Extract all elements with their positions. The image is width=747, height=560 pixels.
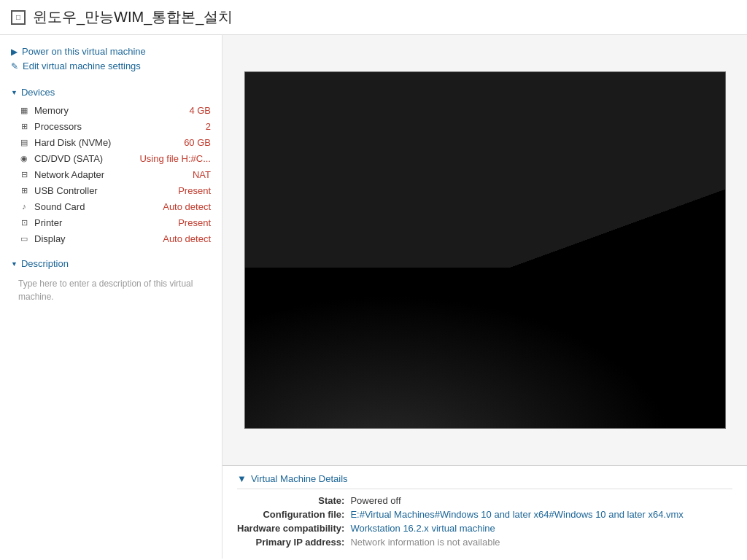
display-value: Auto detect bbox=[163, 233, 211, 244]
title-bar: □ 윈도우_만능WIM_통합본_설치 bbox=[0, 0, 747, 35]
hard-disk-icon: ▤ bbox=[18, 136, 30, 148]
details-triangle-icon: ▼ bbox=[237, 473, 247, 484]
sound-name: Sound Card bbox=[34, 201, 158, 212]
ip-value: Network information is not available bbox=[350, 537, 732, 548]
network-name: Network Adapter bbox=[34, 169, 188, 180]
description-placeholder[interactable]: Type here to enter a description of this… bbox=[0, 273, 222, 307]
state-value: Powered off bbox=[350, 495, 732, 506]
hard-disk-value: 60 GB bbox=[184, 137, 211, 148]
power-on-label: Power on this virtual machine bbox=[22, 46, 146, 57]
printer-value: Present bbox=[178, 217, 211, 228]
description-header[interactable]: ▼ Description bbox=[0, 254, 222, 273]
power-on-link[interactable]: ▶ Power on this virtual machine bbox=[11, 46, 211, 57]
sidebar: ▶ Power on this virtual machine ✎ Edit v… bbox=[0, 35, 222, 559]
devices-label: Devices bbox=[21, 87, 55, 98]
usb-value: Present bbox=[178, 185, 211, 196]
device-sound[interactable]: ♪ Sound Card Auto detect bbox=[0, 198, 222, 214]
cddvd-icon: ◉ bbox=[18, 152, 30, 164]
processors-icon: ⊞ bbox=[18, 120, 30, 132]
usb-name: USB Controller bbox=[34, 185, 174, 196]
vm-details-label: Virtual Machine Details bbox=[251, 473, 348, 484]
device-cddvd[interactable]: ◉ CD/DVD (SATA) Using file H:#C... bbox=[0, 150, 222, 166]
vm-details-section: ▼ Virtual Machine Details State: Powered… bbox=[222, 465, 747, 559]
vm-details-header[interactable]: ▼ Virtual Machine Details bbox=[237, 473, 732, 489]
devices-section-header[interactable]: ▼ Devices bbox=[0, 82, 222, 102]
device-hard-disk[interactable]: ▤ Hard Disk (NVMe) 60 GB bbox=[0, 134, 222, 150]
vm-screen[interactable] bbox=[244, 71, 726, 429]
config-value[interactable]: E:#Virtual Machines#Windows 10 and later… bbox=[350, 509, 732, 520]
edit-settings-link[interactable]: ✎ Edit virtual machine settings bbox=[11, 61, 211, 71]
memory-name: Memory bbox=[34, 105, 185, 116]
memory-icon: ▦ bbox=[18, 104, 30, 116]
display-icon: ▭ bbox=[18, 233, 30, 244]
device-memory[interactable]: ▦ Memory 4 GB bbox=[0, 102, 222, 118]
printer-name: Printer bbox=[34, 217, 174, 228]
processors-name: Processors bbox=[34, 121, 201, 132]
content-area: ▼ Virtual Machine Details State: Powered… bbox=[222, 35, 747, 559]
edit-icon: ✎ bbox=[11, 61, 18, 71]
hard-disk-name: Hard Disk (NVMe) bbox=[34, 137, 179, 148]
config-label: Configuration file: bbox=[237, 509, 344, 520]
memory-value: 4 GB bbox=[189, 105, 211, 116]
vm-preview-area[interactable] bbox=[222, 35, 747, 465]
processors-value: 2 bbox=[206, 121, 211, 132]
network-value: NAT bbox=[193, 169, 211, 180]
device-network[interactable]: ⊟ Network Adapter NAT bbox=[0, 166, 222, 182]
usb-icon: ⊞ bbox=[18, 184, 30, 196]
device-display[interactable]: ▭ Display Auto detect bbox=[0, 230, 222, 246]
vm-title-icon: □ bbox=[11, 10, 26, 25]
play-icon: ▶ bbox=[11, 47, 18, 57]
hw-compat-value[interactable]: Workstation 16.2.x virtual machine bbox=[350, 523, 732, 534]
page-title: 윈도우_만능WIM_통합본_설치 bbox=[33, 7, 233, 27]
description-label: Description bbox=[21, 258, 69, 269]
edit-settings-label: Edit virtual machine settings bbox=[23, 61, 141, 71]
sound-value: Auto detect bbox=[163, 201, 211, 212]
hw-compat-label: Hardware compatibility: bbox=[237, 523, 344, 534]
devices-list: ▦ Memory 4 GB ⊞ Processors 2 ▤ Hard Disk… bbox=[0, 102, 222, 246]
main-layout: ▶ Power on this virtual machine ✎ Edit v… bbox=[0, 35, 747, 559]
sound-icon: ♪ bbox=[18, 201, 30, 212]
description-section: ▼ Description Type here to enter a descr… bbox=[0, 246, 222, 307]
state-label: State: bbox=[237, 495, 344, 506]
display-name: Display bbox=[34, 233, 158, 244]
device-usb[interactable]: ⊞ USB Controller Present bbox=[0, 182, 222, 198]
printer-icon: ⊡ bbox=[18, 217, 30, 228]
ip-label: Primary IP address: bbox=[237, 537, 344, 548]
network-icon: ⊟ bbox=[18, 168, 30, 180]
device-printer[interactable]: ⊡ Printer Present bbox=[0, 214, 222, 230]
cddvd-value: Using file H:#C... bbox=[139, 153, 211, 164]
vm-details-grid: State: Powered off Configuration file: E… bbox=[237, 495, 732, 548]
description-triangle-icon: ▼ bbox=[11, 260, 18, 268]
cddvd-name: CD/DVD (SATA) bbox=[34, 153, 135, 164]
device-processors[interactable]: ⊞ Processors 2 bbox=[0, 118, 222, 134]
sidebar-actions: ▶ Power on this virtual machine ✎ Edit v… bbox=[0, 42, 222, 82]
devices-triangle-icon: ▼ bbox=[11, 89, 18, 96]
